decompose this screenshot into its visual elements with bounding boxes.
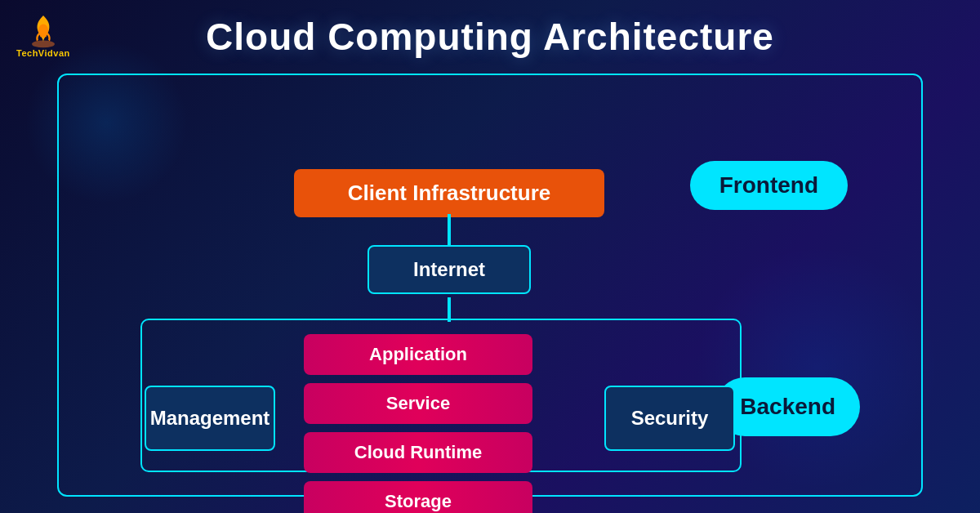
stack-storage: Storage	[304, 481, 532, 513]
diagram-container: Frontend Backend Client Infrastructure I…	[57, 74, 923, 497]
management-box: Management	[145, 386, 275, 451]
frontend-label: Frontend	[690, 161, 848, 210]
logo: TechVidvan	[16, 10, 70, 58]
internet-box: Internet	[368, 245, 531, 294]
stack-service: Service	[304, 383, 532, 424]
client-infrastructure-box: Client Infrastructure	[294, 169, 604, 217]
stack-container: Application Service Cloud Runtime Storag…	[304, 324, 595, 513]
stack-cloud-runtime: Cloud Runtime	[304, 432, 532, 473]
stack-application: Application	[304, 334, 532, 375]
connector-client-internet	[448, 214, 451, 247]
page-title: Cloud Computing Architecture	[0, 0, 980, 59]
logo-text: TechVidvan	[16, 49, 70, 58]
security-box: Security	[604, 386, 735, 451]
